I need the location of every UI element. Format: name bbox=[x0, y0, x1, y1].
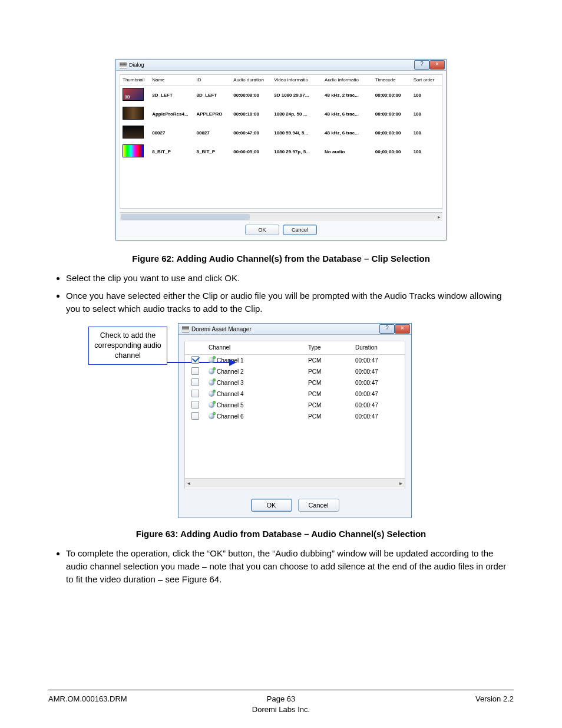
cancel-button[interactable]: Cancel bbox=[298, 499, 339, 512]
audio-disc-icon bbox=[209, 357, 214, 363]
audio-tracks-dialog: Doremi Asset Manager ? × Channel Type Du… bbox=[178, 323, 412, 518]
channel-checkbox[interactable] bbox=[191, 412, 199, 420]
svg-marker-1 bbox=[229, 359, 236, 366]
cell-name: AppleProRes4... bbox=[150, 104, 194, 123]
cell-name: 8_BIT_P bbox=[150, 142, 194, 161]
cell-channel: Channel 6 bbox=[205, 411, 305, 422]
cell-timecode: 00:00:00:00 bbox=[373, 104, 411, 123]
cell-audio-info: 48 kHz, 2 trac... bbox=[322, 85, 373, 105]
callout-box: Check to add the corresponding audio cha… bbox=[88, 327, 167, 365]
channel-checkbox[interactable] bbox=[191, 401, 199, 409]
cell-audio-duration: 00:00:10:00 bbox=[231, 104, 272, 123]
table-row[interactable]: Channel 4PCM00:00:47 bbox=[185, 388, 405, 400]
help-button[interactable]: ? bbox=[379, 324, 395, 334]
cell-video-info: 1080 29.97p, 5... bbox=[272, 142, 322, 161]
col-sort-order[interactable]: Sort order bbox=[411, 75, 442, 85]
table-row[interactable]: 000270002700:00:47;001080 59.94i, 5...48… bbox=[120, 123, 442, 142]
channel-checkbox[interactable] bbox=[191, 378, 199, 386]
scrollbar-handle[interactable] bbox=[121, 214, 250, 220]
col-timecode[interactable]: Timecode bbox=[373, 75, 411, 85]
clip-thumbnail bbox=[123, 88, 144, 101]
cell-duration: 00:00:47 bbox=[352, 411, 405, 422]
audio-disc-icon bbox=[209, 402, 214, 408]
cell-sort-order: 100 bbox=[411, 104, 442, 123]
cell-type: PCM bbox=[305, 400, 352, 411]
app-icon bbox=[182, 325, 189, 332]
help-button[interactable]: ? bbox=[414, 60, 429, 70]
cell-video-info: 1080 59.94i, 5... bbox=[272, 123, 322, 142]
cell-audio-info: No audio bbox=[322, 142, 373, 161]
channel-checkbox[interactable] bbox=[191, 367, 199, 375]
horizontal-scrollbar[interactable]: ◂ ▸ bbox=[120, 212, 442, 221]
cell-sort-order: 100 bbox=[411, 123, 442, 142]
instruction-item: To complete the operation, click the “OK… bbox=[66, 547, 514, 585]
col-type[interactable]: Type bbox=[305, 341, 352, 355]
cell-audio-duration: 00:00:05;00 bbox=[231, 142, 272, 161]
scroll-right-icon[interactable]: ▸ bbox=[397, 479, 405, 487]
scroll-left-icon[interactable]: ◂ bbox=[185, 479, 193, 487]
cell-channel: Channel 3 bbox=[205, 377, 305, 388]
col-id[interactable]: ID bbox=[194, 75, 232, 85]
instruction-list-2: To complete the operation, click the “OK… bbox=[48, 547, 514, 585]
table-row[interactable]: Channel 6PCM00:00:47 bbox=[185, 411, 405, 422]
audio-disc-icon bbox=[209, 380, 214, 386]
cell-duration: 00:00:47 bbox=[352, 400, 405, 411]
close-button[interactable]: × bbox=[429, 60, 445, 70]
cell-video-info: 3D 1080 29.97... bbox=[272, 85, 322, 105]
footer-page: Page 63 bbox=[48, 694, 514, 703]
col-audio-duration[interactable]: Audio duration bbox=[231, 75, 272, 85]
dialog-title: Dialog bbox=[129, 62, 144, 68]
dialog-title: Doremi Asset Manager bbox=[191, 326, 252, 332]
cell-name: 00027 bbox=[150, 123, 194, 142]
cell-video-info: 1080 24p, 50 ... bbox=[272, 104, 322, 123]
instruction-list-1: Select the clip you want to use and clic… bbox=[48, 272, 514, 315]
cell-type: PCM bbox=[305, 355, 352, 367]
clip-table: Thumbnail Name ID Audio duration Video i… bbox=[120, 75, 442, 161]
cell-timecode: 00;00;00;00 bbox=[373, 142, 411, 161]
figure-62-caption: Figure 62: Adding Audio Channel(s) from … bbox=[48, 253, 514, 263]
ok-button[interactable]: OK bbox=[245, 225, 279, 235]
col-channel[interactable]: Channel bbox=[205, 341, 305, 355]
dialog-titlebar[interactable]: Dialog ? × bbox=[116, 60, 446, 71]
table-row[interactable]: AppleProRes4...APPLEPRO00:00:10:001080 2… bbox=[120, 104, 442, 123]
footer-version: Version 2.2 bbox=[475, 694, 514, 703]
cell-channel: Channel 4 bbox=[205, 388, 305, 400]
cell-duration: 00:00:47 bbox=[352, 377, 405, 388]
cell-audio-duration: 00:00:08;00 bbox=[231, 85, 272, 105]
scroll-right-icon[interactable]: ▸ bbox=[435, 213, 442, 220]
cell-type: PCM bbox=[305, 377, 352, 388]
cell-id: 3D_LEFT bbox=[194, 85, 232, 105]
clip-thumbnail bbox=[123, 144, 144, 157]
table-row[interactable]: 8_BIT_P8_BIT_P00:00:05;001080 29.97p, 5.… bbox=[120, 142, 442, 161]
channel-checkbox[interactable] bbox=[191, 356, 199, 364]
ok-button[interactable]: OK bbox=[251, 499, 292, 512]
cell-audio-duration: 00:00:47;00 bbox=[231, 123, 272, 142]
figure-63-caption: Figure 63: Adding Audio from Database – … bbox=[48, 529, 514, 539]
table-row[interactable]: 3D_LEFT3D_LEFT00:00:08;003D 1080 29.97..… bbox=[120, 85, 442, 105]
cancel-button[interactable]: Cancel bbox=[283, 225, 317, 235]
cell-sort-order: 100 bbox=[411, 85, 442, 105]
dialog-titlebar[interactable]: Doremi Asset Manager ? × bbox=[178, 324, 411, 335]
cell-audio-info: 48 kHz, 6 trac... bbox=[322, 104, 373, 123]
cell-id: 00027 bbox=[194, 123, 232, 142]
col-audio-info[interactable]: Audio informatio bbox=[322, 75, 373, 85]
instruction-item: Once you have selected either the Clip o… bbox=[66, 289, 514, 315]
app-icon bbox=[120, 61, 127, 68]
channel-checkbox[interactable] bbox=[191, 390, 199, 397]
audio-disc-icon bbox=[209, 413, 214, 419]
table-row[interactable]: Channel 5PCM00:00:47 bbox=[185, 400, 405, 411]
footer-org: Doremi Labs Inc. bbox=[48, 705, 514, 714]
col-name[interactable]: Name bbox=[150, 75, 194, 85]
cell-duration: 00:00:47 bbox=[352, 366, 405, 377]
col-checkbox bbox=[185, 341, 205, 355]
cell-duration: 00:00:47 bbox=[352, 355, 405, 367]
horizontal-scrollbar[interactable]: ◂ ▸ bbox=[185, 478, 405, 487]
table-row[interactable]: Channel 3PCM00:00:47 bbox=[185, 377, 405, 388]
close-button[interactable]: × bbox=[395, 324, 410, 334]
callout-text: Check to add the corresponding audio cha… bbox=[94, 331, 161, 360]
col-thumbnail[interactable]: Thumbnail bbox=[120, 75, 150, 85]
col-duration[interactable]: Duration bbox=[352, 341, 405, 355]
footer-rule bbox=[48, 690, 514, 690]
col-video-info[interactable]: Video informatio bbox=[272, 75, 322, 85]
cell-timecode: 00;00;00;00 bbox=[373, 123, 411, 142]
